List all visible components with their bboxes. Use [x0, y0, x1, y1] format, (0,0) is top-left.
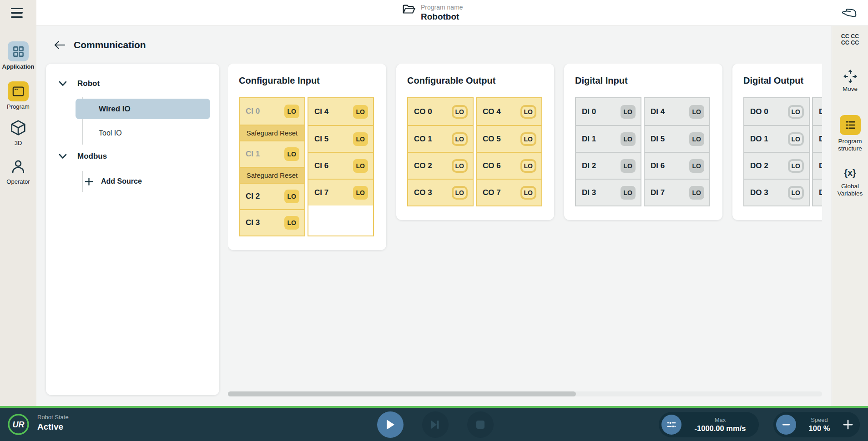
program-icon	[8, 81, 29, 101]
bottom-control-bar: UR Robot State Active Max -1000.00 mm/s	[0, 406, 868, 441]
tree-item-robot[interactable]: Robot	[59, 75, 100, 92]
sidebar-item-global-variables[interactable]: {x} Global Variables	[832, 168, 868, 197]
io-cell-co-5[interactable]: CO 5 LO	[477, 125, 541, 152]
ci-column-1: CI 0 LO Safeguard Reset CI 1 LO Safeguar…	[239, 97, 305, 236]
chevron-down-icon	[59, 154, 67, 159]
co-column-2: CO 4 LO CO 5 LO CO 6 LO CO 7	[476, 97, 542, 206]
io-cell-do-3[interactable]: DO 3 LO	[744, 179, 809, 205]
main-content: Communication Robot Wired IO Tool IO Mod…	[36, 26, 832, 406]
io-toggle-badge[interactable]: LO	[452, 105, 468, 119]
io-cell-co-4[interactable]: CO 4 LO	[477, 98, 541, 125]
configurable-output-card: Configurable Output CO 0 LO CO 1 LO CO 2	[396, 64, 554, 220]
global-variables-icon: {x}	[832, 168, 868, 178]
sidebar-item-3d[interactable]: 3D	[0, 118, 36, 146]
sidebar-item-program-structure[interactable]: Program structure	[832, 115, 868, 152]
tree-item-modbus[interactable]: Modbus	[59, 148, 107, 165]
io-label: CI 7	[314, 188, 328, 197]
sidebar-item-operator[interactable]: Operator	[0, 156, 36, 185]
io-label: DI 7	[651, 188, 665, 197]
plus-icon	[85, 177, 93, 186]
io-cell-co-0[interactable]: CO 0 LO	[408, 98, 473, 125]
sidebar-item-application[interactable]: Application	[0, 41, 36, 70]
io-toggle-badge[interactable]: LO	[788, 159, 804, 173]
do-column-2: DO 4 LO DO 5 LO DO 6 LO DO 7	[812, 97, 822, 206]
io-cell-co-2[interactable]: CO 2 LO	[408, 152, 473, 179]
play-button[interactable]	[377, 411, 404, 438]
io-cell-co-6[interactable]: CO 6 LO	[477, 152, 541, 179]
io-state-badge: LO	[621, 186, 636, 200]
speed-slider-icon[interactable]	[661, 415, 681, 435]
io-cell-do-6[interactable]: DO 6 LO	[813, 152, 822, 179]
folder-open-icon	[402, 3, 416, 16]
io-cell-do-2[interactable]: DO 2 LO	[744, 152, 809, 179]
sidebar-item-program[interactable]: Program	[0, 81, 36, 110]
tree-item-wired-io[interactable]: Wired IO	[76, 99, 210, 119]
io-cell-co-1[interactable]: CO 1 LO	[408, 125, 473, 152]
sidebar-item-move[interactable]: Move	[832, 68, 868, 93]
sidebar-label-program-structure-1: Program	[832, 138, 868, 145]
play-icon	[386, 419, 395, 430]
io-note-safeguard-reset: Safeguard Reset	[240, 167, 304, 183]
horizontal-scrollbar-thumb[interactable]	[228, 391, 576, 396]
io-toggle-badge[interactable]: LO	[520, 159, 536, 173]
speed-decrease-button[interactable]	[776, 415, 796, 435]
io-cell-do-5[interactable]: DO 5 LO	[813, 125, 822, 152]
io-label: CI 2	[246, 192, 260, 201]
application-icon	[8, 41, 29, 61]
io-cell-ci-2: CI 2 LO	[240, 183, 304, 209]
io-cards-scroll-area: Configurable Input CI 0 LO Safeguard Res…	[228, 64, 822, 402]
io-label: CO 0	[414, 107, 432, 116]
speed-increase-button[interactable]	[843, 419, 853, 430]
io-toggle-badge[interactable]: LO	[788, 105, 804, 119]
io-label: DO 1	[750, 135, 768, 144]
io-state-badge: LO	[284, 105, 299, 118]
speed-control-pill: Speed 100 %	[773, 412, 860, 437]
io-state-badge: LO	[284, 147, 299, 161]
io-cell-di-3: DI 3 LO	[576, 179, 641, 205]
io-label: DI 1	[582, 135, 596, 144]
sidebar-label-global-variables-2: Variables	[832, 190, 868, 197]
io-note-safeguard-reset: Safeguard Reset	[240, 125, 304, 140]
skip-to-end-button[interactable]	[422, 411, 449, 438]
hamburger-menu-button[interactable]	[11, 8, 23, 18]
cc-status-block: CC CC CC CC	[832, 33, 868, 46]
io-label: CO 4	[483, 107, 501, 116]
io-toggle-badge[interactable]: LO	[788, 186, 804, 200]
io-cell-do-4[interactable]: DO 4 LO	[813, 98, 822, 125]
io-label: DO 6	[819, 161, 822, 170]
stop-button[interactable]	[467, 411, 494, 438]
program-name-block[interactable]: Program name Robotbot	[402, 3, 463, 22]
io-cell-do-0[interactable]: DO 0 LO	[744, 98, 809, 125]
io-label: DO 2	[750, 161, 768, 170]
io-label: CO 2	[414, 161, 432, 170]
operator-person-icon	[8, 156, 29, 176]
max-speed-pill[interactable]: Max -1000.00 mm/s	[659, 412, 759, 437]
add-source-button[interactable]: Add Source	[85, 173, 142, 190]
io-cell-do-7[interactable]: DO 7 LO	[813, 179, 822, 205]
io-cell-co-3[interactable]: CO 3 LO	[408, 179, 473, 205]
io-toggle-badge[interactable]: LO	[452, 159, 468, 173]
back-arrow-button[interactable]	[54, 40, 66, 50]
io-toggle-badge[interactable]: LO	[520, 186, 536, 200]
freedrive-hand-icon[interactable]	[841, 7, 858, 21]
tree-indent-line	[82, 171, 83, 192]
di-column-2: DI 4 LO DI 5 LO DI 6 LO DI 7	[644, 97, 710, 206]
skip-to-end-icon	[431, 420, 439, 429]
io-toggle-badge[interactable]: LO	[520, 105, 536, 119]
io-toggle-badge[interactable]: LO	[520, 132, 536, 146]
io-state-badge: LO	[353, 132, 368, 146]
io-cell-di-0: DI 0 LO	[576, 98, 641, 125]
io-label: DI 6	[651, 161, 665, 170]
io-toggle-badge[interactable]: LO	[452, 132, 468, 146]
io-label: CI 4	[314, 107, 328, 116]
io-state-badge: LO	[689, 132, 704, 146]
io-label: DO 7	[819, 188, 822, 197]
tree-label-robot: Robot	[77, 79, 100, 88]
io-label: DO 4	[819, 107, 822, 116]
io-toggle-badge[interactable]: LO	[788, 132, 804, 146]
io-cell-do-1[interactable]: DO 1 LO	[744, 125, 809, 152]
io-cell-co-7[interactable]: CO 7 LO	[477, 179, 541, 205]
io-toggle-badge[interactable]: LO	[452, 186, 468, 200]
io-state-badge: LO	[353, 159, 368, 173]
tree-item-tool-io[interactable]: Tool IO	[99, 125, 122, 141]
